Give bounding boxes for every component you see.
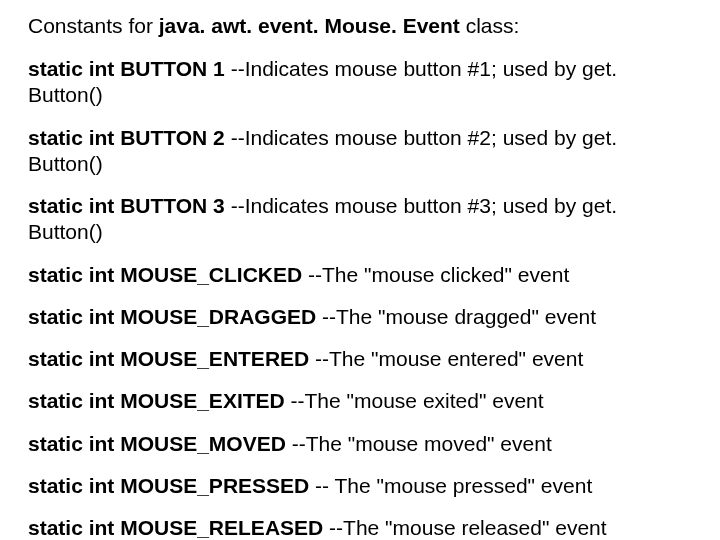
constant-description: --The "mouse dragged" event bbox=[316, 305, 596, 328]
title-class-name: java. awt. event. Mouse. Event bbox=[159, 14, 460, 37]
constant-entry: static int BUTTON 2 --Indicates mouse bu… bbox=[28, 125, 692, 178]
constant-description: --The "mouse exited" event bbox=[285, 389, 544, 412]
constant-description: --The "mouse moved" event bbox=[286, 432, 552, 455]
constant-keyword: static int MOUSE_CLICKED bbox=[28, 263, 302, 286]
constant-keyword: static int MOUSE_EXITED bbox=[28, 389, 285, 412]
constant-entry: static int MOUSE_MOVED --The "mouse move… bbox=[28, 431, 692, 457]
constant-description: --The "mouse released" event bbox=[323, 516, 606, 539]
constant-entry-partial: static int MOUSE_RELEASED --The "mouse r… bbox=[28, 515, 692, 540]
constant-description: -- The "mouse pressed" event bbox=[309, 474, 592, 497]
title-suffix: class: bbox=[460, 14, 520, 37]
constant-entry: static int MOUSE_CLICKED --The "mouse cl… bbox=[28, 262, 692, 288]
constant-keyword: static int MOUSE_RELEASED bbox=[28, 516, 323, 539]
constant-keyword: static int MOUSE_MOVED bbox=[28, 432, 286, 455]
constant-entry: static int MOUSE_PRESSED -- The "mouse p… bbox=[28, 473, 692, 499]
constant-entry: static int BUTTON 3 --Indicates mouse bu… bbox=[28, 193, 692, 246]
constant-entry: static int MOUSE_DRAGGED --The "mouse dr… bbox=[28, 304, 692, 330]
constant-entry: static int MOUSE_ENTERED --The "mouse en… bbox=[28, 346, 692, 372]
constant-keyword: static int BUTTON 1 bbox=[28, 57, 225, 80]
constant-keyword: static int BUTTON 3 bbox=[28, 194, 225, 217]
constant-keyword: static int BUTTON 2 bbox=[28, 126, 225, 149]
constant-keyword: static int MOUSE_PRESSED bbox=[28, 474, 309, 497]
page-title: Constants for java. awt. event. Mouse. E… bbox=[28, 14, 692, 38]
constant-keyword: static int MOUSE_ENTERED bbox=[28, 347, 309, 370]
constant-entry: static int MOUSE_EXITED --The "mouse exi… bbox=[28, 388, 692, 414]
constant-description: --The "mouse clicked" event bbox=[302, 263, 569, 286]
constant-keyword: static int MOUSE_DRAGGED bbox=[28, 305, 316, 328]
title-prefix: Constants for bbox=[28, 14, 159, 37]
constant-description: --The "mouse entered" event bbox=[309, 347, 583, 370]
document-content: Constants for java. awt. event. Mouse. E… bbox=[0, 0, 720, 540]
constant-entry: static int BUTTON 1 --Indicates mouse bu… bbox=[28, 56, 692, 109]
